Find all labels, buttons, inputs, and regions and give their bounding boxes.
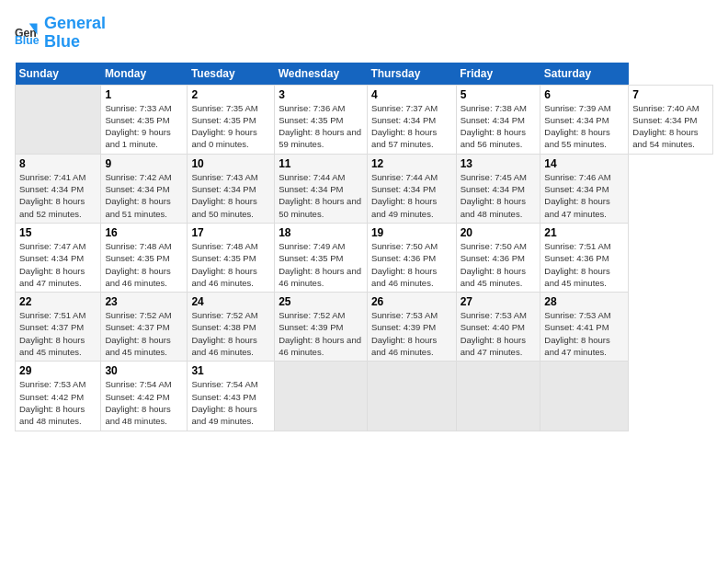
calendar-header-thursday: Thursday xyxy=(367,63,456,86)
day-number: 10 xyxy=(191,157,270,170)
calendar-cell: 1Sunrise: 7:33 AMSunset: 4:35 PMDaylight… xyxy=(101,85,188,154)
day-number: 18 xyxy=(279,226,363,239)
svg-text:Blue: Blue xyxy=(15,34,40,46)
calendar-cell: 22Sunrise: 7:51 AMSunset: 4:37 PMDayligh… xyxy=(16,293,101,362)
day-info: Sunrise: 7:41 AMSunset: 4:34 PMDaylight:… xyxy=(19,171,97,220)
calendar-cell: 24Sunrise: 7:52 AMSunset: 4:38 PMDayligh… xyxy=(188,293,275,362)
calendar-week-3: 15Sunrise: 7:47 AMSunset: 4:34 PMDayligh… xyxy=(16,223,713,292)
day-info: Sunrise: 7:35 AMSunset: 4:35 PMDaylight:… xyxy=(191,102,270,151)
calendar-cell xyxy=(456,362,540,431)
logo-text: GeneralBlue xyxy=(44,15,106,52)
calendar-cell: 26Sunrise: 7:53 AMSunset: 4:39 PMDayligh… xyxy=(367,293,456,362)
day-number: 2 xyxy=(191,88,270,101)
day-info: Sunrise: 7:44 AMSunset: 4:34 PMDaylight:… xyxy=(279,171,363,220)
calendar-cell: 14Sunrise: 7:46 AMSunset: 4:34 PMDayligh… xyxy=(540,154,629,223)
day-number: 24 xyxy=(191,295,270,308)
page-header: Gen Blue GeneralBlue xyxy=(15,15,713,52)
calendar-week-1: 1Sunrise: 7:33 AMSunset: 4:35 PMDaylight… xyxy=(16,85,713,154)
calendar-cell: 23Sunrise: 7:52 AMSunset: 4:37 PMDayligh… xyxy=(101,293,188,362)
day-number: 14 xyxy=(544,157,624,170)
calendar-cell: 4Sunrise: 7:37 AMSunset: 4:34 PMDaylight… xyxy=(367,85,456,154)
day-number: 21 xyxy=(544,226,624,239)
day-info: Sunrise: 7:52 AMSunset: 4:38 PMDaylight:… xyxy=(191,309,270,358)
calendar-cell: 9Sunrise: 7:42 AMSunset: 4:34 PMDaylight… xyxy=(101,154,188,223)
calendar-cell: 20Sunrise: 7:50 AMSunset: 4:36 PMDayligh… xyxy=(456,223,540,292)
day-info: Sunrise: 7:52 AMSunset: 4:37 PMDaylight:… xyxy=(105,309,183,358)
calendar-cell: 31Sunrise: 7:54 AMSunset: 4:43 PMDayligh… xyxy=(188,362,275,431)
calendar-cell: 2Sunrise: 7:35 AMSunset: 4:35 PMDaylight… xyxy=(188,85,275,154)
day-info: Sunrise: 7:43 AMSunset: 4:34 PMDaylight:… xyxy=(191,171,270,220)
calendar-cell: 21Sunrise: 7:51 AMSunset: 4:36 PMDayligh… xyxy=(540,223,629,292)
calendar-cell: 30Sunrise: 7:54 AMSunset: 4:42 PMDayligh… xyxy=(101,362,188,431)
calendar-cell: 13Sunrise: 7:45 AMSunset: 4:34 PMDayligh… xyxy=(456,154,540,223)
day-info: Sunrise: 7:47 AMSunset: 4:34 PMDaylight:… xyxy=(19,240,97,289)
calendar-cell: 17Sunrise: 7:48 AMSunset: 4:35 PMDayligh… xyxy=(188,223,275,292)
logo: Gen Blue GeneralBlue xyxy=(15,15,106,52)
calendar-header-friday: Friday xyxy=(456,63,540,86)
day-info: Sunrise: 7:46 AMSunset: 4:34 PMDaylight:… xyxy=(544,171,624,220)
calendar-header-saturday: Saturday xyxy=(540,63,629,86)
day-number: 9 xyxy=(105,157,183,170)
calendar-table: SundayMondayTuesdayWednesdayThursdayFrid… xyxy=(15,63,713,431)
calendar-cell: 18Sunrise: 7:49 AMSunset: 4:35 PMDayligh… xyxy=(275,223,368,292)
day-number: 7 xyxy=(632,88,709,101)
day-info: Sunrise: 7:38 AMSunset: 4:34 PMDaylight:… xyxy=(461,102,537,151)
day-number: 12 xyxy=(371,157,452,170)
day-number: 3 xyxy=(279,88,363,101)
day-info: Sunrise: 7:45 AMSunset: 4:34 PMDaylight:… xyxy=(461,171,537,220)
day-info: Sunrise: 7:51 AMSunset: 4:37 PMDaylight:… xyxy=(19,309,97,358)
day-info: Sunrise: 7:37 AMSunset: 4:34 PMDaylight:… xyxy=(371,102,452,151)
day-info: Sunrise: 7:36 AMSunset: 4:35 PMDaylight:… xyxy=(279,102,363,151)
day-number: 5 xyxy=(461,88,537,101)
day-info: Sunrise: 7:53 AMSunset: 4:40 PMDaylight:… xyxy=(461,309,537,358)
day-number: 8 xyxy=(19,157,97,170)
day-number: 20 xyxy=(461,226,537,239)
day-number: 19 xyxy=(371,226,452,239)
calendar-cell: 8Sunrise: 7:41 AMSunset: 4:34 PMDaylight… xyxy=(16,154,101,223)
day-info: Sunrise: 7:54 AMSunset: 4:42 PMDaylight:… xyxy=(105,378,183,427)
day-info: Sunrise: 7:48 AMSunset: 4:35 PMDaylight:… xyxy=(105,240,183,289)
calendar-week-4: 22Sunrise: 7:51 AMSunset: 4:37 PMDayligh… xyxy=(16,293,713,362)
day-number: 15 xyxy=(19,226,97,239)
calendar-header-tuesday: Tuesday xyxy=(188,63,275,86)
calendar-cell xyxy=(367,362,456,431)
day-number: 16 xyxy=(105,226,183,239)
day-number: 23 xyxy=(105,295,183,308)
day-number: 28 xyxy=(544,295,624,308)
day-info: Sunrise: 7:40 AMSunset: 4:34 PMDaylight:… xyxy=(632,102,709,151)
day-info: Sunrise: 7:39 AMSunset: 4:34 PMDaylight:… xyxy=(544,102,624,151)
day-number: 30 xyxy=(105,364,183,377)
day-number: 31 xyxy=(191,364,270,377)
calendar-cell: 28Sunrise: 7:53 AMSunset: 4:41 PMDayligh… xyxy=(540,293,629,362)
day-info: Sunrise: 7:50 AMSunset: 4:36 PMDaylight:… xyxy=(371,240,452,289)
day-info: Sunrise: 7:49 AMSunset: 4:35 PMDaylight:… xyxy=(279,240,363,289)
calendar-cell: 10Sunrise: 7:43 AMSunset: 4:34 PMDayligh… xyxy=(188,154,275,223)
calendar-cell: 3Sunrise: 7:36 AMSunset: 4:35 PMDaylight… xyxy=(275,85,368,154)
day-info: Sunrise: 7:50 AMSunset: 4:36 PMDaylight:… xyxy=(461,240,537,289)
day-info: Sunrise: 7:53 AMSunset: 4:42 PMDaylight:… xyxy=(19,378,97,427)
calendar-header-monday: Monday xyxy=(101,63,188,86)
calendar-week-2: 8Sunrise: 7:41 AMSunset: 4:34 PMDaylight… xyxy=(16,154,713,223)
day-number: 25 xyxy=(279,295,363,308)
day-number: 13 xyxy=(461,157,537,170)
calendar-cell: 29Sunrise: 7:53 AMSunset: 4:42 PMDayligh… xyxy=(16,362,101,431)
day-info: Sunrise: 7:33 AMSunset: 4:35 PMDaylight:… xyxy=(105,102,183,151)
day-info: Sunrise: 7:44 AMSunset: 4:34 PMDaylight:… xyxy=(371,171,452,220)
calendar-cell xyxy=(275,362,368,431)
day-number: 29 xyxy=(19,364,97,377)
day-info: Sunrise: 7:52 AMSunset: 4:39 PMDaylight:… xyxy=(279,309,363,358)
calendar-header-row: SundayMondayTuesdayWednesdayThursdayFrid… xyxy=(16,63,713,86)
calendar-header-sunday: Sunday xyxy=(16,63,101,86)
day-number: 22 xyxy=(19,295,97,308)
day-info: Sunrise: 7:51 AMSunset: 4:36 PMDaylight:… xyxy=(544,240,624,289)
calendar-cell xyxy=(16,85,101,154)
day-number: 27 xyxy=(461,295,537,308)
calendar-cell: 6Sunrise: 7:39 AMSunset: 4:34 PMDaylight… xyxy=(540,85,629,154)
calendar-cell: 5Sunrise: 7:38 AMSunset: 4:34 PMDaylight… xyxy=(456,85,540,154)
calendar-header-wednesday: Wednesday xyxy=(275,63,368,86)
calendar-cell: 15Sunrise: 7:47 AMSunset: 4:34 PMDayligh… xyxy=(16,223,101,292)
calendar-cell: 11Sunrise: 7:44 AMSunset: 4:34 PMDayligh… xyxy=(275,154,368,223)
calendar-body: 1Sunrise: 7:33 AMSunset: 4:35 PMDaylight… xyxy=(16,85,713,431)
calendar-cell: 7Sunrise: 7:40 AMSunset: 4:34 PMDaylight… xyxy=(629,85,713,154)
calendar-cell: 12Sunrise: 7:44 AMSunset: 4:34 PMDayligh… xyxy=(367,154,456,223)
